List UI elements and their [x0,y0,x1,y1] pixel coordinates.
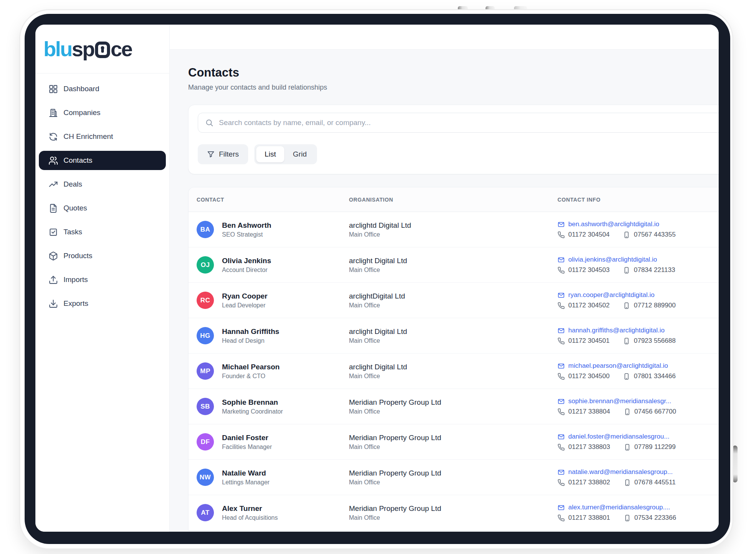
sidebar-item-label: Dashboard [63,85,99,93]
phone-text: 01172 304502 [568,302,609,309]
contact-email-link[interactable]: ryan.cooper@arclightdigital.io [557,291,719,299]
organisation-name: arclight Digital Ltd [349,363,557,371]
phone-number: 01217 338804 [557,408,610,416]
contact-name: Hannah Griffiths [222,327,279,336]
contact-cell: HG Hannah Griffiths Head of Design [197,327,349,344]
column-header-contact-info: CONTACT INFO [557,197,719,203]
contact-email-link[interactable]: olivia.jenkins@arclightdigital.io [557,256,719,264]
phone-icon [557,231,565,239]
contact-email-link[interactable]: natalie.ward@meridiansalesgroup... [557,468,719,476]
sidebar-item-imports[interactable]: Imports [39,270,166,289]
sidebar-item-deals[interactable]: Deals [39,175,166,194]
sidebar-item-contacts[interactable]: Contacts [39,151,166,170]
organisation-name: arclightd Digital Ltd [349,221,557,230]
view-grid-button[interactable]: Grid [284,146,315,162]
smartphone-icon [623,231,630,239]
avatar-initials: MP [200,367,210,375]
sidebar-item-label: Exports [63,299,88,308]
view-list-button[interactable]: List [256,146,285,162]
contact-role: SEO Strategist [222,231,271,238]
contact-name: Alex Turner [222,504,278,513]
sidebar-item-exports[interactable]: Exports [39,294,166,313]
table-row[interactable]: RC Ryan Cooper Lead Developer arclightDi… [189,283,719,318]
avatar: DF [197,433,214,451]
contact-email-link[interactable]: hannah.griffiths@arclightdigital.io [557,327,719,334]
organisation-cell: Meridian Property Group Ltd Main Office [349,398,557,415]
phone-icon [557,267,565,274]
logo-text-blu: blu [43,37,72,60]
smartphone-icon [624,408,631,416]
phone-number: 01217 338802 [557,479,610,486]
phone-number: 01172 304504 [557,231,609,239]
contact-name: Olivia Jenkins [222,257,271,265]
organisation-office: Main Office [349,479,557,486]
main-area: Contacts Manage your contacts and build … [170,25,719,532]
table-row[interactable]: DF Daniel Foster Facilities Manager Meri… [189,424,719,460]
page: bluspce Dashboard Companies CH Enrichmen… [0,0,756,554]
sidebar-item-quotes[interactable]: Quotes [39,199,166,218]
contact-role: Account Director [222,267,271,274]
keyhole-a-icon [95,42,110,58]
contact-cell: OJ Olivia Jenkins Account Director [197,256,349,274]
contact-email-link[interactable]: ben.ashworth@arclightdigital.io [557,220,719,228]
contact-phones: 01172 304501 07923 556688 [557,337,719,345]
sidebar-item-companies[interactable]: Companies [39,103,166,122]
bluspace-logo[interactable]: bluspce [43,38,132,59]
contact-name: Ben Ashworth [222,221,271,230]
sidebar-item-dashboard[interactable]: Dashboard [39,79,166,98]
contacts-table: CONTACT ORGANISATION CONTACT INFO BA Ben… [188,187,719,531]
sidebar-item-ch-enrichment[interactable]: CH Enrichment [39,127,166,146]
phone-number: 01172 304503 [557,266,609,274]
table-row[interactable]: BA Ben Ashworth SEO Strategist arclightd… [189,212,719,247]
phone-number: 01172 304502 [557,302,609,309]
contact-email-link[interactable]: alex.turner@meridiansalesgroup.... [557,504,719,511]
mobile-text: 07712 889900 [634,302,676,309]
phone-text: 01172 304501 [568,337,609,345]
sidebar-item-products[interactable]: Products [39,246,166,265]
avatar: AT [197,504,214,521]
contact-info-cell: olivia.jenkins@arclightdigital.io 01172 … [557,256,719,274]
search-input[interactable] [198,113,719,132]
mobile-text: 07923 556688 [634,337,676,345]
table-row[interactable]: MP Michael Pearson Founder & CTO arcligh… [189,354,719,389]
organisation-name: Meridian Property Group Ltd [349,398,557,407]
email-text: michael.pearson@arclightdigital.io [568,362,668,370]
contact-cell: RC Ryan Cooper Lead Developer [197,292,349,309]
package-icon [48,251,58,261]
avatar-initials: NW [200,474,211,481]
contact-cell: DF Daniel Foster Facilities Manager [197,433,349,451]
email-text: daniel.foster@meridiansalesgrou... [568,433,669,441]
phone-icon [557,444,565,451]
funnel-icon [207,150,215,158]
contact-info-cell: ben.ashworth@arclightdigital.io 01172 30… [557,220,719,239]
smartphone-icon [623,267,630,274]
table-row[interactable]: AT Alex Turner Head of Acquisitions Meri… [189,495,719,531]
email-text: hannah.griffiths@arclightdigital.io [568,327,664,334]
view-toggle: List Grid [254,144,317,164]
table-row[interactable]: OJ Olivia Jenkins Account Director arcli… [189,247,719,283]
check-square-icon [48,227,58,237]
sidebar-item-tasks[interactable]: Tasks [39,222,166,242]
smartphone-icon [623,302,630,309]
logo-text-sp: sp [72,37,94,60]
contact-role: Marketing Coordinator [222,408,283,415]
filters-button[interactable]: Filters [198,144,248,164]
avatar-initials: SB [200,403,210,410]
contact-phones: 01172 304500 07801 334466 [557,372,719,380]
contact-email-link[interactable]: michael.pearson@arclightdigital.io [557,362,719,370]
sidebar-item-label: Contacts [63,156,92,165]
table-row[interactable]: SB Sophie Brennan Marketing Coordinator … [189,389,719,424]
contact-email-link[interactable]: sophie.brennan@meridiansalesgr... [557,397,719,405]
content: Contacts Manage your contacts and build … [170,50,719,531]
contact-role: Head of Acquisitions [222,514,278,521]
organisation-name: arclight Digital Ltd [349,257,557,265]
organisation-office: Main Office [349,337,557,344]
contact-email-link[interactable]: daniel.foster@meridiansalesgrou... [557,433,719,441]
contact-name: Sophie Brennan [222,398,283,407]
organisation-cell: Meridian Property Group Ltd Main Office [349,504,557,521]
organisation-cell: arclight Digital Ltd Main Office [349,257,557,274]
contact-info-cell: natalie.ward@meridiansalesgroup... 01217… [557,468,719,486]
table-row[interactable]: NW Natalie Ward Lettings Manager Meridia… [189,460,719,495]
table-row[interactable]: HG Hannah Griffiths Head of Design arcli… [189,318,719,354]
organisation-name: Meridian Property Group Ltd [349,469,557,477]
